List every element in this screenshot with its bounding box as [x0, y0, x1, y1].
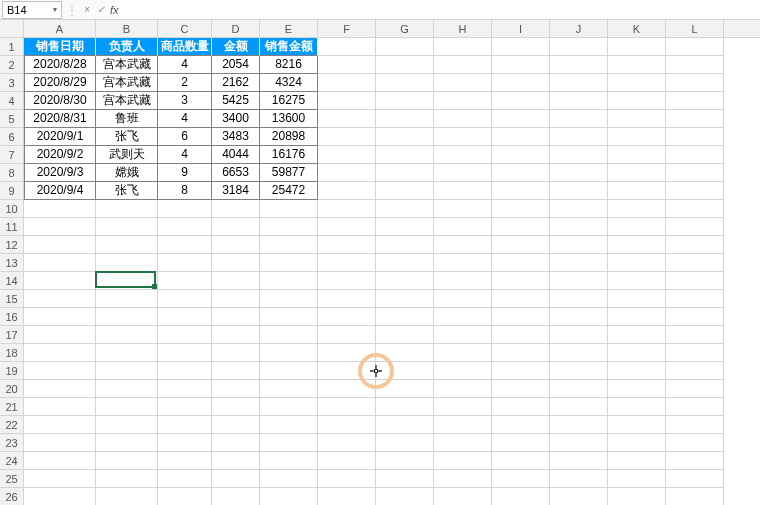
- cell[interactable]: [318, 128, 376, 146]
- cell[interactable]: [550, 380, 608, 398]
- row-header-20[interactable]: 20: [0, 380, 23, 398]
- cell[interactable]: [212, 218, 260, 236]
- cell[interactable]: [434, 326, 492, 344]
- cell[interactable]: [158, 272, 212, 290]
- cell[interactable]: [550, 488, 608, 505]
- row-header-13[interactable]: 13: [0, 254, 23, 272]
- cell[interactable]: [434, 56, 492, 74]
- cell[interactable]: [376, 272, 434, 290]
- cell[interactable]: [212, 290, 260, 308]
- row-header-12[interactable]: 12: [0, 236, 23, 254]
- cell[interactable]: [376, 326, 434, 344]
- cell[interactable]: 3400: [212, 110, 260, 128]
- row-header-9[interactable]: 9: [0, 182, 23, 200]
- cell[interactable]: 武则天: [96, 146, 158, 164]
- cell[interactable]: 4: [158, 56, 212, 74]
- cell[interactable]: 宫本武藏: [96, 56, 158, 74]
- cell[interactable]: [212, 254, 260, 272]
- name-box-dropdown-icon[interactable]: ▾: [53, 5, 57, 14]
- row-header-15[interactable]: 15: [0, 290, 23, 308]
- cell[interactable]: [260, 434, 318, 452]
- cell[interactable]: [376, 92, 434, 110]
- cell[interactable]: [260, 308, 318, 326]
- cell[interactable]: [550, 164, 608, 182]
- cell[interactable]: [550, 218, 608, 236]
- cell[interactable]: [492, 308, 550, 326]
- row-header-24[interactable]: 24: [0, 452, 23, 470]
- cell[interactable]: [434, 110, 492, 128]
- cell[interactable]: [260, 470, 318, 488]
- cell[interactable]: [608, 164, 666, 182]
- cell[interactable]: [434, 344, 492, 362]
- cell[interactable]: 8: [158, 182, 212, 200]
- cell[interactable]: [96, 380, 158, 398]
- cell[interactable]: [96, 488, 158, 505]
- cell[interactable]: [318, 290, 376, 308]
- cell[interactable]: [376, 182, 434, 200]
- cell[interactable]: [608, 308, 666, 326]
- cell[interactable]: [24, 326, 96, 344]
- cell[interactable]: [608, 182, 666, 200]
- cell[interactable]: [434, 164, 492, 182]
- confirm-icon[interactable]: ✓: [94, 2, 108, 18]
- cell[interactable]: 16275: [260, 92, 318, 110]
- col-header-F[interactable]: F: [318, 20, 376, 37]
- header-cell[interactable]: 销售金额: [260, 38, 318, 56]
- cell[interactable]: 5425: [212, 92, 260, 110]
- row-header-3[interactable]: 3: [0, 74, 23, 92]
- name-box[interactable]: B14 ▾: [2, 1, 62, 19]
- cell[interactable]: [434, 470, 492, 488]
- cell[interactable]: [608, 362, 666, 380]
- cell[interactable]: [666, 38, 724, 56]
- row-header-14[interactable]: 14: [0, 272, 23, 290]
- cell[interactable]: [260, 272, 318, 290]
- row-header-26[interactable]: 26: [0, 488, 23, 505]
- cell[interactable]: 3483: [212, 128, 260, 146]
- cell[interactable]: [434, 128, 492, 146]
- cell[interactable]: 4: [158, 146, 212, 164]
- cell[interactable]: [666, 308, 724, 326]
- cell[interactable]: [666, 128, 724, 146]
- cell[interactable]: [492, 452, 550, 470]
- cell[interactable]: [318, 56, 376, 74]
- cell[interactable]: 20898: [260, 128, 318, 146]
- cancel-icon[interactable]: ×: [80, 2, 94, 18]
- cell[interactable]: [158, 362, 212, 380]
- cell[interactable]: [376, 344, 434, 362]
- cell[interactable]: [376, 56, 434, 74]
- cell[interactable]: 2020/9/2: [24, 146, 96, 164]
- row-header-8[interactable]: 8: [0, 164, 23, 182]
- cell[interactable]: [96, 326, 158, 344]
- cell[interactable]: [666, 92, 724, 110]
- cell[interactable]: [260, 344, 318, 362]
- cell[interactable]: 宫本武藏: [96, 74, 158, 92]
- row-header-1[interactable]: 1: [0, 38, 23, 56]
- cell[interactable]: [666, 164, 724, 182]
- row-header-25[interactable]: 25: [0, 470, 23, 488]
- cell[interactable]: [434, 146, 492, 164]
- cell[interactable]: 2: [158, 74, 212, 92]
- cell[interactable]: [550, 308, 608, 326]
- cell[interactable]: [24, 254, 96, 272]
- cell[interactable]: [24, 470, 96, 488]
- cell[interactable]: [376, 110, 434, 128]
- col-header-I[interactable]: I: [492, 20, 550, 37]
- cell[interactable]: [550, 398, 608, 416]
- cell[interactable]: [608, 488, 666, 505]
- cell[interactable]: [260, 380, 318, 398]
- cell[interactable]: [550, 416, 608, 434]
- cell[interactable]: [318, 380, 376, 398]
- cell[interactable]: [318, 74, 376, 92]
- row-header-2[interactable]: 2: [0, 56, 23, 74]
- cell[interactable]: [376, 470, 434, 488]
- cell[interactable]: [376, 434, 434, 452]
- cell[interactable]: [434, 236, 492, 254]
- cell[interactable]: [96, 200, 158, 218]
- cell[interactable]: [550, 110, 608, 128]
- cell[interactable]: [666, 74, 724, 92]
- cell[interactable]: [492, 362, 550, 380]
- cell[interactable]: [492, 128, 550, 146]
- cell[interactable]: [318, 398, 376, 416]
- cell[interactable]: [158, 200, 212, 218]
- cell[interactable]: [666, 218, 724, 236]
